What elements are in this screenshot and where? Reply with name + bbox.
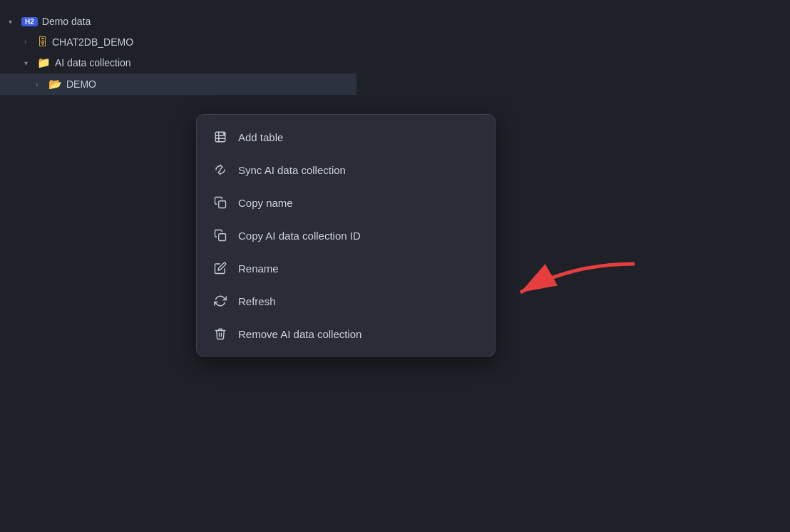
demo-data-label: Demo data — [42, 16, 91, 27]
menu-sync-ai-label: Sync AI data collection — [238, 164, 346, 176]
menu-refresh-label: Refresh — [238, 295, 276, 307]
menu-item-copy-name[interactable]: Copy name — [197, 186, 495, 219]
menu-item-rename[interactable]: Rename — [197, 252, 495, 285]
chat2db-label: CHAT2DB_DEMO — [52, 36, 133, 48]
sidebar-item-chat2db[interactable]: › 🗄 CHAT2DB_DEMO — [0, 31, 356, 52]
folder-star-icon: 📂 — [48, 78, 62, 91]
chevron-right-icon: › — [24, 38, 33, 46]
chevron-down-icon-ai: ▾ — [24, 59, 33, 67]
folder-icon: 📁 — [37, 56, 51, 69]
sidebar-item-ai-collection[interactable]: ▾ 📁 AI data collection — [0, 52, 356, 73]
ai-collection-label: AI data collection — [55, 57, 131, 68]
menu-add-table-label: Add table — [238, 131, 283, 143]
context-menu: Add table Sync AI data collection Copy n… — [196, 114, 496, 357]
menu-copy-ai-id-label: Copy AI data collection ID — [238, 230, 361, 242]
menu-item-copy-ai-id[interactable]: Copy AI data collection ID — [197, 219, 495, 252]
copy-ai-id-icon — [212, 227, 228, 243]
menu-item-add-table[interactable]: Add table — [197, 121, 495, 153]
sidebar-item-demo[interactable]: › 📂 DEMO — [0, 73, 356, 95]
copy-name-icon — [212, 195, 228, 210]
sync-ai-icon — [212, 162, 228, 178]
demo-label: DEMO — [66, 78, 96, 90]
menu-rename-label: Rename — [238, 262, 279, 275]
svg-point-6 — [217, 167, 218, 168]
svg-point-7 — [217, 165, 219, 167]
svg-rect-10 — [219, 234, 226, 241]
rename-icon — [212, 260, 228, 276]
sidebar-item-demo-data[interactable]: ▾ H2 Demo data — [0, 11, 356, 31]
chevron-down-icon: ▾ — [9, 18, 17, 26]
chevron-right-icon-demo: › — [36, 81, 44, 88]
add-table-icon — [212, 129, 228, 145]
menu-remove-ai-label: Remove AI data collection — [238, 328, 361, 340]
menu-item-sync-ai[interactable]: Sync AI data collection — [197, 153, 495, 186]
svg-point-8 — [215, 168, 217, 169]
menu-item-remove-ai[interactable]: Remove AI data collection — [197, 317, 495, 350]
sidebar: ▾ H2 Demo data › 🗄 CHAT2DB_DEMO ▾ 📁 AI d… — [0, 0, 356, 106]
h2-badge: H2 — [21, 17, 38, 26]
red-arrow — [499, 257, 642, 314]
remove-ai-icon — [212, 326, 228, 342]
menu-item-refresh[interactable]: Refresh — [197, 285, 495, 317]
svg-rect-9 — [219, 201, 226, 208]
database-icon: 🗄 — [37, 36, 48, 48]
refresh-icon — [212, 293, 228, 309]
menu-copy-name-label: Copy name — [238, 197, 293, 209]
